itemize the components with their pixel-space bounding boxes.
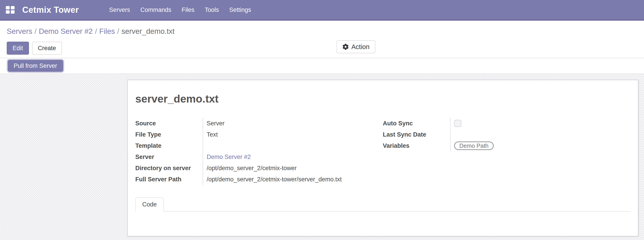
menu-item-tools[interactable]: Tools bbox=[200, 6, 224, 13]
field-group-right: Auto SyncLast Sync DateVariablesDemo Pat… bbox=[383, 118, 630, 185]
field-value: Demo Server #2 bbox=[202, 151, 383, 163]
field-label: Full Server Path bbox=[135, 176, 202, 183]
apps-grid-icon[interactable] bbox=[6, 6, 14, 14]
apps-grid-square bbox=[6, 6, 10, 9]
field-row: Template bbox=[135, 140, 383, 151]
field-row: Full Server Path/opt/demo_server_2/cetmi… bbox=[135, 174, 383, 185]
field-label: Directory on server bbox=[135, 165, 202, 172]
field-value-text: Text bbox=[207, 131, 218, 138]
field-label: Source bbox=[135, 120, 202, 127]
field-value: Server bbox=[202, 118, 383, 129]
field-value: /opt/demo_server_2/cetmix-tower bbox=[202, 163, 383, 174]
apps-grid-square bbox=[6, 10, 10, 14]
field-value: Text bbox=[202, 129, 383, 140]
field-value-text: Server bbox=[207, 120, 224, 127]
form-sheet: server_demo.txt SourceServerFile TypeTex… bbox=[127, 80, 638, 237]
control-panel: Servers/Demo Server #2/Files/server_demo… bbox=[0, 21, 644, 58]
breadcrumb-link[interactable]: Servers bbox=[7, 27, 32, 35]
field-groups: SourceServerFile TypeTextTemplateServerD… bbox=[135, 118, 630, 185]
field-value bbox=[202, 140, 383, 151]
variable-tag: Demo Path bbox=[454, 141, 494, 150]
notebook-tabs: Code bbox=[135, 197, 630, 212]
field-value: Demo Path bbox=[450, 140, 630, 151]
field-row: SourceServer bbox=[135, 118, 383, 129]
field-value bbox=[450, 118, 630, 129]
record-title: server_demo.txt bbox=[135, 93, 630, 105]
breadcrumb-link[interactable]: Files bbox=[99, 27, 115, 35]
control-buttons: Edit Create bbox=[7, 42, 644, 55]
edit-button[interactable]: Edit bbox=[7, 42, 29, 55]
action-menu-label: Action bbox=[352, 43, 370, 50]
breadcrumb-current: server_demo.txt bbox=[122, 27, 174, 35]
breadcrumb-separator: / bbox=[32, 27, 39, 35]
breadcrumb: Servers/Demo Server #2/Files/server_demo… bbox=[7, 26, 644, 36]
field-value: /opt/demo_server_2/cetmix-tower/server_d… bbox=[202, 174, 383, 185]
pull-from-server-button[interactable]: Pull from Server bbox=[8, 60, 63, 72]
field-label: Last Sync Date bbox=[383, 131, 450, 138]
breadcrumb-separator: / bbox=[93, 27, 99, 35]
field-value-text: /opt/demo_server_2/cetmix-tower bbox=[207, 165, 297, 172]
field-group-left: SourceServerFile TypeTextTemplateServerD… bbox=[135, 118, 383, 185]
menu-item-servers[interactable]: Servers bbox=[104, 6, 135, 13]
field-label: Auto Sync bbox=[383, 120, 450, 127]
gear-icon bbox=[342, 44, 349, 50]
action-menu-button[interactable]: Action bbox=[336, 40, 376, 53]
menu-item-files[interactable]: Files bbox=[176, 6, 200, 13]
tab-code[interactable]: Code bbox=[135, 197, 164, 212]
apps-grid-square bbox=[11, 10, 14, 14]
breadcrumb-link[interactable]: Demo Server #2 bbox=[39, 27, 93, 35]
field-value bbox=[450, 129, 630, 140]
field-label: File Type bbox=[135, 131, 202, 138]
field-label: Template bbox=[135, 142, 202, 149]
form-statusbar: Pull from Server bbox=[0, 58, 644, 74]
field-value-link[interactable]: Demo Server #2 bbox=[207, 153, 251, 160]
field-row: File TypeText bbox=[135, 129, 383, 140]
field-row: ServerDemo Server #2 bbox=[135, 151, 383, 163]
top-navbar: Cetmix Tower ServersCommandsFilesToolsSe… bbox=[0, 0, 644, 21]
menu-item-commands[interactable]: Commands bbox=[135, 6, 176, 13]
field-label: Variables bbox=[383, 142, 450, 149]
top-menu: ServersCommandsFilesToolsSettings bbox=[104, 6, 256, 13]
menu-item-settings[interactable]: Settings bbox=[224, 6, 256, 13]
checkbox-unchecked[interactable] bbox=[454, 120, 461, 127]
field-label: Server bbox=[135, 153, 202, 160]
app-brand[interactable]: Cetmix Tower bbox=[22, 5, 79, 15]
create-button[interactable]: Create bbox=[32, 42, 62, 55]
field-row: Auto Sync bbox=[383, 118, 630, 129]
apps-grid-square bbox=[11, 6, 14, 9]
breadcrumb-separator: / bbox=[115, 27, 122, 35]
field-row: Directory on server/opt/demo_server_2/ce… bbox=[135, 163, 383, 174]
notebook: Code bbox=[135, 197, 630, 212]
form-content-background: server_demo.txt SourceServerFile TypeTex… bbox=[0, 74, 644, 240]
field-value-text: /opt/demo_server_2/cetmix-tower/server_d… bbox=[207, 176, 342, 183]
field-row: VariablesDemo Path bbox=[383, 140, 630, 151]
field-row: Last Sync Date bbox=[383, 129, 630, 140]
